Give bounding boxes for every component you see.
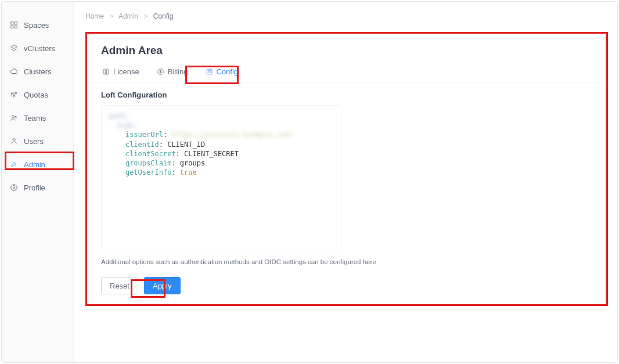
reset-button[interactable]: Reset <box>101 277 138 294</box>
yaml-key: groupsClaim <box>125 159 171 167</box>
team-icon <box>10 114 18 122</box>
sidebar-label: Spaces <box>24 21 49 30</box>
vclusters-icon <box>10 44 18 52</box>
sidebar-label: Teams <box>24 114 46 122</box>
sidebar-item-clusters[interactable]: Clusters <box>2 60 73 83</box>
config-hint: Additional options such as authenticatio… <box>101 258 590 265</box>
breadcrumb-admin[interactable]: Admin <box>118 12 138 20</box>
svg-point-12 <box>13 139 15 141</box>
billing-icon <box>157 68 164 75</box>
tab-license[interactable]: License <box>101 67 141 82</box>
svg-point-10 <box>12 116 15 118</box>
profile-icon <box>10 183 18 192</box>
sidebar-item-admin[interactable]: Admin <box>2 153 73 176</box>
svg-point-14 <box>13 186 15 188</box>
svg-rect-2 <box>11 26 13 28</box>
tab-label: Config <box>217 67 239 76</box>
config-icon <box>206 68 213 75</box>
actions: Reset Apply <box>101 277 590 294</box>
tab-config[interactable]: Config <box>204 67 240 82</box>
sidebar-label: Clusters <box>24 67 52 76</box>
yaml-key: issuerUrl <box>125 131 163 139</box>
sidebar: Spaces vClusters Clusters Quotas Teams U… <box>2 2 74 362</box>
breadcrumb-sep: > <box>143 12 147 20</box>
license-icon <box>102 68 110 75</box>
app-frame: Spaces vClusters Clusters Quotas Teams U… <box>1 1 618 363</box>
tab-label: Billing <box>168 67 188 76</box>
tabs: License Billing Config <box>86 67 605 82</box>
yaml-value-bool: true <box>180 168 197 176</box>
tab-label: License <box>113 67 139 76</box>
sidebar-item-profile[interactable]: Profile <box>2 176 73 199</box>
svg-rect-18 <box>207 69 212 74</box>
breadcrumb-home[interactable]: Home <box>85 12 104 20</box>
breadcrumb-current: Config <box>153 12 174 20</box>
svg-rect-1 <box>15 22 17 24</box>
yaml-value: CLIENT_SECRET <box>184 150 239 158</box>
cloud-icon <box>10 67 18 75</box>
svg-point-11 <box>15 116 16 118</box>
sidebar-item-users[interactable]: Users <box>2 129 73 153</box>
content-card: Admin Area License Billing Config <box>85 31 606 310</box>
sidebar-label: Profile <box>24 183 45 192</box>
breadcrumb: Home > Admin > Config <box>85 12 606 20</box>
apply-button[interactable]: Apply <box>144 277 181 294</box>
sliders-icon <box>10 91 18 99</box>
config-editor[interactable]: auth: oidc: issuerUrl: https://accounts.… <box>101 105 341 250</box>
sidebar-label: Admin <box>24 160 45 169</box>
svg-point-16 <box>105 70 107 72</box>
yaml-line-blurred: auth: <box>109 112 129 120</box>
sidebar-label: Quotas <box>24 91 48 99</box>
sidebar-label: Users <box>24 137 44 146</box>
tab-billing[interactable]: Billing <box>156 67 189 82</box>
svg-rect-3 <box>15 26 17 28</box>
spaces-icon <box>10 21 18 29</box>
sidebar-item-spaces[interactable]: Spaces <box>2 13 73 37</box>
yaml-key: clientSecret <box>125 150 176 158</box>
yaml-value: groups <box>180 159 205 167</box>
section-title: Loft Configuration <box>101 91 590 99</box>
main: Home > Admin > Config Admin Area License… <box>74 2 617 362</box>
sidebar-item-quotas[interactable]: Quotas <box>2 83 73 106</box>
yaml-value-blurred: https://accounts.example.com/ <box>171 131 293 139</box>
sidebar-item-teams[interactable]: Teams <box>2 106 73 129</box>
user-icon <box>10 137 18 145</box>
svg-rect-0 <box>11 22 13 24</box>
yaml-value: CLIENT_ID <box>167 140 205 149</box>
sidebar-label: vClusters <box>24 44 55 53</box>
sidebar-item-vclusters[interactable]: vClusters <box>2 37 73 60</box>
yaml-key: getUserInfo <box>125 168 171 176</box>
page-title: Admin Area <box>101 44 590 57</box>
wrench-icon <box>10 160 18 168</box>
yaml-key: clientId <box>125 140 159 149</box>
yaml-line-blurred: oidc: <box>117 121 138 129</box>
breadcrumb-sep: > <box>109 12 113 20</box>
